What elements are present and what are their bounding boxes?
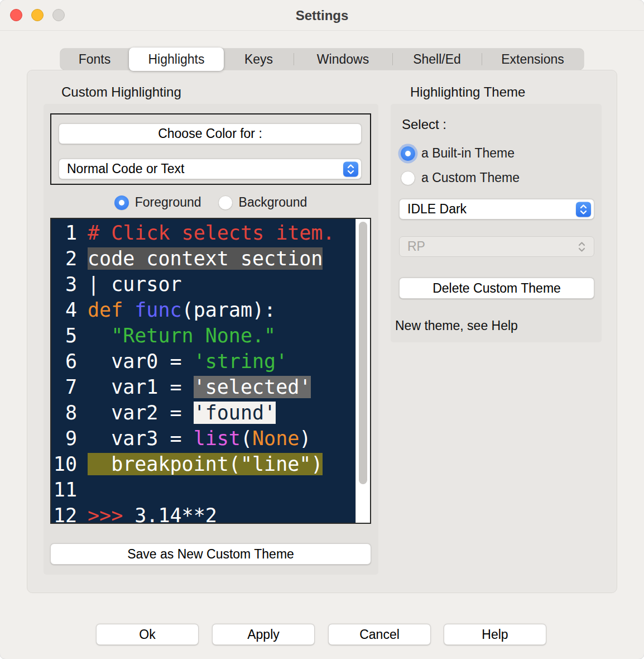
builtin-theme-value: IDLE Dark bbox=[407, 202, 467, 217]
tab-windows[interactable]: Windows bbox=[294, 49, 392, 70]
custom-theme-radio[interactable] bbox=[401, 171, 415, 185]
line-number: 12 bbox=[51, 503, 77, 523]
line-number: 6 bbox=[51, 348, 77, 374]
code-segment-string: 'string' bbox=[194, 350, 288, 373]
traffic-lights bbox=[10, 9, 65, 21]
custom-theme-radio-label: a Custom Theme bbox=[421, 170, 520, 185]
code-line[interactable]: 2code context section bbox=[51, 246, 355, 271]
chevron-up-down-icon bbox=[576, 202, 591, 217]
preview-scrollbar-track[interactable] bbox=[355, 219, 370, 523]
line-number: 1 bbox=[51, 220, 77, 246]
builtin-theme-radio-label: a Built-in Theme bbox=[421, 146, 515, 161]
code-segment-normal: (param): bbox=[182, 299, 276, 321]
line-number: 11 bbox=[51, 477, 77, 503]
builtin-theme-radio[interactable] bbox=[401, 146, 415, 161]
line-number: 9 bbox=[51, 426, 77, 451]
background-radio-label: Background bbox=[239, 195, 307, 210]
code-line[interactable]: 8 var2 = 'found' bbox=[51, 400, 355, 426]
tab-highlights[interactable]: Highlights bbox=[129, 47, 224, 71]
choose-color-button[interactable]: Choose Color for : bbox=[59, 123, 362, 144]
highlight-target-select[interactable]: Normal Code or Text bbox=[59, 159, 362, 179]
line-content: var3 = list(None) bbox=[88, 426, 311, 451]
code-segment-normal: var1 = bbox=[88, 376, 194, 398]
foreground-radio[interactable] bbox=[114, 195, 129, 210]
line-number: 5 bbox=[51, 323, 77, 348]
code-line[interactable]: 9 var3 = list(None) bbox=[51, 426, 355, 451]
delete-custom-theme-button[interactable]: Delete Custom Theme bbox=[399, 278, 594, 299]
code-segment-breakpoint: breakpoint("line") bbox=[88, 453, 323, 475]
line-number: 10 bbox=[51, 451, 77, 477]
code-preview-lines[interactable]: 1# Click selects item.2code context sect… bbox=[51, 219, 355, 523]
code-line[interactable]: 10 breakpoint("line") bbox=[51, 451, 355, 477]
code-line[interactable]: 3| cursor bbox=[51, 271, 355, 297]
line-content: | cursor bbox=[88, 271, 182, 297]
title-bar: Settings bbox=[0, 0, 644, 31]
code-segment-normal bbox=[123, 299, 134, 321]
custom-highlighting-title: Custom Highlighting bbox=[61, 84, 181, 100]
tab-bar: Fonts Highlights Keys Windows Shell/Ed E… bbox=[60, 49, 584, 70]
code-line[interactable]: 7 var1 = 'selected' bbox=[51, 374, 355, 400]
tab-fonts[interactable]: Fonts bbox=[60, 49, 129, 70]
custom-theme-radio-row: a Custom Theme bbox=[401, 170, 520, 185]
builtin-theme-select[interactable]: IDLE Dark bbox=[399, 199, 594, 219]
highlighting-theme-group bbox=[391, 104, 602, 342]
highlight-preview: 1# Click selects item.2code context sect… bbox=[50, 218, 371, 524]
background-radio[interactable] bbox=[218, 195, 233, 210]
code-segment-normal: | cursor bbox=[88, 273, 182, 295]
ok-button[interactable]: Ok bbox=[96, 624, 199, 645]
code-line[interactable]: 5 "Return None." bbox=[51, 323, 355, 348]
tab-keys[interactable]: Keys bbox=[224, 49, 294, 70]
chevron-up-down-icon bbox=[343, 161, 358, 176]
code-line[interactable]: 6 var0 = 'string' bbox=[51, 348, 355, 374]
help-button[interactable]: Help bbox=[444, 624, 546, 645]
code-line[interactable]: 1# Click selects item. bbox=[51, 220, 355, 246]
line-content: breakpoint("line") bbox=[88, 451, 323, 477]
line-content: "Return None." bbox=[88, 323, 276, 348]
line-number: 7 bbox=[51, 374, 77, 400]
background-radio-row: Background bbox=[218, 195, 307, 210]
code-segment-hilite: 'selected' bbox=[194, 376, 311, 398]
line-content: var0 = 'string' bbox=[88, 348, 287, 374]
custom-theme-value: RP bbox=[407, 239, 425, 254]
code-segment-normal: 3.14**2 bbox=[123, 504, 217, 523]
plane-radio-group: Foreground Background bbox=[50, 195, 371, 210]
code-line[interactable]: 4def func(param): bbox=[51, 297, 355, 323]
save-custom-theme-button[interactable]: Save as New Custom Theme bbox=[50, 543, 371, 565]
code-segment-keyword: def bbox=[88, 299, 123, 321]
line-number: 4 bbox=[51, 297, 77, 323]
code-segment-comment: >>> bbox=[88, 504, 123, 523]
cancel-button[interactable]: Cancel bbox=[328, 624, 431, 645]
code-line[interactable]: 12>>> 3.14**2 bbox=[51, 503, 355, 523]
close-button[interactable] bbox=[10, 9, 22, 21]
line-content: var2 = 'found' bbox=[88, 400, 276, 426]
code-segment-keyword: None bbox=[252, 427, 299, 450]
new-theme-help-note: New theme, see Help bbox=[395, 318, 518, 333]
code-segment-comment: # Click selects item. bbox=[88, 222, 335, 244]
zoom-button bbox=[52, 9, 65, 21]
settings-window: Settings Fonts Highlights Keys Windows S… bbox=[0, 0, 644, 659]
line-content: var1 = 'selected' bbox=[88, 374, 311, 400]
select-label: Select : bbox=[402, 117, 446, 132]
code-segment-context: code context section bbox=[88, 247, 323, 270]
line-content: >>> 3.14**2 bbox=[88, 503, 217, 523]
foreground-radio-label: Foreground bbox=[135, 195, 201, 210]
highlighting-theme-title: Highlighting Theme bbox=[410, 84, 525, 100]
builtin-theme-radio-row: a Built-in Theme bbox=[401, 146, 515, 161]
line-number: 2 bbox=[51, 246, 77, 271]
apply-button[interactable]: Apply bbox=[212, 624, 315, 645]
chevron-up-down-icon bbox=[574, 239, 589, 254]
code-segment-normal: var2 = bbox=[88, 402, 194, 424]
code-line[interactable]: 11 bbox=[51, 477, 355, 503]
minimize-button[interactable] bbox=[31, 9, 44, 21]
line-content: def func(param): bbox=[88, 297, 276, 323]
code-segment-normal: var0 = bbox=[88, 350, 194, 373]
tab-extensions[interactable]: Extensions bbox=[482, 49, 584, 70]
code-segment-normal: var3 = bbox=[88, 427, 194, 450]
tab-shelled[interactable]: Shell/Ed bbox=[392, 49, 482, 70]
line-number: 3 bbox=[51, 271, 77, 297]
code-segment-definition: func bbox=[134, 299, 181, 321]
preview-scrollbar-thumb[interactable] bbox=[359, 222, 367, 484]
line-number: 8 bbox=[51, 400, 77, 426]
window-title: Settings bbox=[0, 0, 644, 31]
code-segment-string: "Return None." bbox=[88, 324, 276, 347]
